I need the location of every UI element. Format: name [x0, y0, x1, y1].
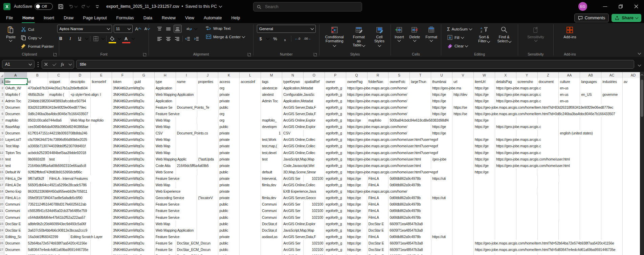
cell-N9[interactable]: CSV: [282, 130, 304, 136]
cell-U5[interactable]: https://ge: [431, 104, 452, 110]
cell-R1[interactable]: folderNan: [368, 78, 389, 85]
cell-D3[interactable]: <p style='text-align: l: [69, 91, 112, 98]
cell-AB15[interactable]: [580, 169, 601, 175]
cell-U24[interactable]: [431, 227, 452, 233]
row-header-7[interactable]: 7: [0, 117, 4, 123]
column-header-O[interactable]: O: [304, 72, 325, 78]
column-header-U[interactable]: U: [431, 72, 452, 78]
minimize-button[interactable]: —: [597, 0, 613, 13]
cell-H7[interactable]: Web Map: [155, 117, 176, 124]
cancel-entry-icon[interactable]: [44, 63, 48, 66]
cell-K6[interactable]: org: [219, 110, 240, 117]
cell-W15[interactable]: https://ge: [474, 169, 495, 175]
cell-B5[interactable]: 83d26318f063418e90f29e06ed8779ec: [27, 104, 91, 110]
cell-N5[interactable]: ArcGIS Server,Data,F: [282, 104, 325, 110]
cell-B20[interactable]: 73521124f61640788d317fe6025612ab: [27, 201, 91, 208]
cell-H17[interactable]: Web Map: [155, 182, 176, 188]
cell-B15[interactable]: 92f82ffbfed743fd83b9153958cbf86c: [27, 169, 91, 175]
cell-Y25[interactable]: [516, 233, 538, 240]
cell-AC3[interactable]: governme: [601, 91, 623, 98]
cell-F27[interactable]: 3NKHt6i2urmWtqOu: [112, 246, 155, 253]
vertical-scrollbar[interactable]: [640, 72, 644, 255]
cell-J20[interactable]: [197, 201, 218, 208]
cell-AB10[interactable]: [580, 136, 601, 143]
cell-AA21[interactable]: [559, 208, 580, 214]
paste-button[interactable]: Paste: [4, 25, 18, 43]
cell-B23[interactable]: a8bfe9b2c20d4609943ec9d493c5a06f: [27, 220, 91, 227]
addins-button[interactable]: Add-ins: [561, 25, 578, 40]
cell-U13[interactable]: /geo-jobe: [431, 156, 452, 162]
cell-N17[interactable]: ArcGIS Online,Collec: [282, 182, 325, 188]
column-header-I[interactable]: I: [176, 72, 197, 78]
cell-X25[interactable]: [495, 233, 516, 240]
row-header-5[interactable]: 5: [0, 104, 4, 110]
cell-J7[interactable]: [197, 117, 218, 124]
cell-J17[interactable]: [197, 182, 218, 188]
cell-M12[interactable]: test,devel: [261, 149, 282, 156]
column-header-Z[interactable]: Z: [538, 72, 559, 78]
cell-W8[interactable]: https://ge: [474, 124, 495, 130]
cell-B8[interactable]: cee30d04b6da4095b3960d92463868ae: [27, 124, 91, 130]
row-header-24[interactable]: 24: [0, 227, 4, 233]
cell-H8[interactable]: Web Map: [155, 124, 176, 130]
cell-M15[interactable]: default: [261, 169, 282, 175]
cell-P17[interactable]: egoforth_g: [325, 182, 346, 188]
cell-AC17[interactable]: [601, 182, 623, 188]
cell-K11[interactable]: private: [219, 143, 240, 149]
cell-Q26[interactable]: https://ge: [346, 240, 368, 246]
cell-B25[interactable]: 16a3dd1ff68342299: [27, 233, 70, 240]
cell-N22[interactable]: ArcGIS Ser: [282, 214, 304, 220]
cell-AB7[interactable]: [580, 117, 601, 124]
cell-Y20[interactable]: [516, 201, 538, 208]
cell-E26[interactable]: [91, 240, 112, 246]
cell-E4[interactable]: [91, 98, 112, 104]
cell-AB13[interactable]: [580, 156, 601, 162]
cell-K4[interactable]: private: [219, 98, 240, 104]
cell-P28[interactable]: egoforth_g: [325, 253, 346, 255]
restore-button[interactable]: [613, 0, 628, 13]
cell-L26[interactable]: [240, 240, 261, 246]
cell-B9[interactable]: 617f0147151c44219b0093708b8da246: [27, 130, 91, 136]
cell-E19[interactable]: [91, 195, 112, 201]
merge-center-button[interactable]: Merge & Center: [204, 33, 246, 40]
cell-O26[interactable]: 102100: [304, 240, 325, 246]
cell-L19[interactable]: [240, 195, 261, 201]
cell-S1[interactable]: ownerFolc: [388, 78, 410, 85]
row-header-9[interactable]: 9: [0, 130, 4, 136]
copy-button[interactable]: Copy: [19, 34, 55, 41]
cell-L12[interactable]: [240, 149, 261, 156]
cell-H25[interactable]: Feature Service: [155, 233, 197, 240]
row-header-26[interactable]: 26: [0, 240, 4, 246]
cell-Z23[interactable]: [538, 220, 559, 227]
cell-S22[interactable]: 0d6fdb862a9c4978b: [388, 214, 431, 220]
cell-V18[interactable]: [452, 188, 474, 195]
row-header-8[interactable]: 8: [0, 124, 4, 130]
cell-Q17[interactable]: https://ge: [346, 182, 368, 188]
autosave-toggle[interactable]: Off: [35, 3, 53, 10]
clear-button[interactable]: Clear: [446, 42, 473, 49]
cell-AC1[interactable]: industries: [601, 78, 623, 85]
cell-W22[interactable]: [474, 214, 495, 220]
cell-H15[interactable]: Web Scene: [155, 169, 176, 175]
cell-K9[interactable]: private: [218, 130, 240, 136]
column-header-D[interactable]: D: [69, 72, 91, 78]
cell-M13[interactable]: test: [261, 156, 282, 162]
cell-AB12[interactable]: [580, 149, 601, 156]
format-painter-button[interactable]: Format Painter: [19, 43, 55, 50]
cell-M23[interactable]: DocStar,d: [261, 220, 282, 227]
cell-B11[interactable]: a3365b7130744039bb0f523076fd491f: [27, 143, 91, 149]
cell-A17[interactable]: FilmLA De: [4, 182, 27, 188]
cell-B7[interactable]: 8502c00ca6d744e8a6: [27, 117, 70, 124]
cell-F4[interactable]: 3NKHt6i2urmWtqOu: [112, 98, 155, 104]
cell-N14[interactable]: Code,Javascript,Wel: [282, 162, 325, 169]
cell-N21[interactable]: ArcGIS Ser: [282, 208, 304, 214]
cell-X10[interactable]: https://geo-jobe.maps.arcgis.c: [495, 136, 559, 143]
cell-L3[interactable]: [240, 91, 261, 98]
row-header-17[interactable]: 17: [0, 182, 4, 188]
cell-Y15[interactable]: [516, 169, 538, 175]
column-header-L[interactable]: L: [240, 72, 261, 78]
cell-H27[interactable]: Feature Se: [155, 246, 176, 253]
cell-U17[interactable]: [431, 182, 452, 188]
cell-B6[interactable]: 0d8c246ba3ba4bbc8046e7b166433507: [27, 110, 91, 117]
cell-Q6[interactable]: https://geo-jobe.maps.arcgis.com/home/: [346, 110, 431, 117]
